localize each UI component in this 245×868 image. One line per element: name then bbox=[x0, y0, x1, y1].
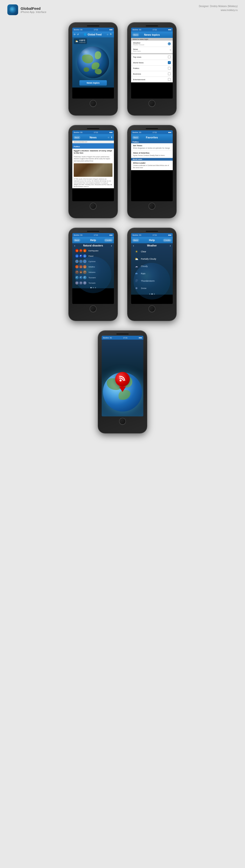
fav-title-1: Set Times bbox=[133, 145, 171, 147]
home-button-2[interactable] bbox=[148, 100, 155, 107]
status-bar-7: Beeline 3G 17:21 ■■■ bbox=[102, 336, 143, 340]
network: 3G bbox=[80, 29, 82, 31]
globe-small-icon: 🌐 bbox=[84, 33, 86, 36]
globe-visualization bbox=[77, 46, 109, 78]
favorites-title: Favorites bbox=[146, 136, 158, 139]
back-button-6[interactable]: Back bbox=[132, 239, 139, 242]
topic-business[interactable]: Business bbox=[131, 71, 173, 77]
fav-title-3: Africa Leader bbox=[133, 162, 171, 164]
home-button-6[interactable] bbox=[148, 305, 155, 312]
phone-speaker-3 bbox=[87, 128, 99, 129]
article-image bbox=[74, 163, 112, 177]
nav-left-controls[interactable]: ⟳ ↺ bbox=[74, 33, 79, 36]
screen-help-disasters: Beeline 3G 17:21 ■■■ Back Help Credits ‹… bbox=[72, 233, 114, 304]
phone-speaker-4 bbox=[146, 128, 158, 129]
home-button-5[interactable] bbox=[90, 305, 97, 312]
carrier: Beeline bbox=[74, 29, 79, 31]
share-icon-3[interactable]: ⬆ bbox=[111, 136, 113, 138]
phone-7: Beeline 3G 17:21 ■■■ bbox=[98, 331, 147, 433]
prev-arrow-6[interactable]: ‹ bbox=[133, 244, 134, 247]
search-icon[interactable]: 🔍 bbox=[110, 33, 112, 36]
icon-fl-3: 💧 bbox=[83, 254, 86, 258]
back-button-4[interactable]: Back bbox=[132, 136, 139, 139]
phone-3: Beeline 3G 17:21 ■■■ Back News ☆ ⬆ www.e… bbox=[69, 125, 117, 218]
status-bar-5: Beeline 3G 17:21 ■■■ bbox=[72, 233, 114, 237]
refresh-icon[interactable]: ⟳ bbox=[74, 33, 76, 36]
phone-speaker-2 bbox=[146, 25, 158, 26]
app-name: GlobalFeed bbox=[21, 6, 46, 10]
phones-row-2: Beeline 3G 17:21 ■■■ Back News ☆ ⬆ www.e… bbox=[0, 120, 245, 223]
news-label: News bbox=[133, 48, 141, 50]
rss-map-pin bbox=[115, 372, 130, 392]
nav-center: 🌐 Global Feed bbox=[84, 33, 102, 36]
favorites-list: Politics Set Times Ethnic Bulgarians in … bbox=[131, 141, 173, 170]
weather-temp: +15°C bbox=[79, 39, 85, 41]
entertainment-checkbox[interactable] bbox=[168, 78, 171, 81]
next-arrow-6[interactable]: › bbox=[170, 244, 171, 247]
topic-politics[interactable]: Politics bbox=[131, 65, 173, 71]
topics-list: Select a news topic Weather Weather fore… bbox=[131, 38, 173, 83]
battery-icon-1: ■■■ bbox=[109, 29, 112, 31]
top-news-label: Top news bbox=[133, 56, 141, 58]
article-deck: Preliminary results of Egypt's first pro… bbox=[72, 155, 114, 162]
app-icon bbox=[7, 4, 18, 15]
world-news-label: World News bbox=[133, 62, 143, 64]
article-body: IF THE results of the first batch of Egy… bbox=[72, 178, 114, 188]
status-left-1: Beeline 3G bbox=[74, 29, 83, 31]
screen-splash: Beeline 3G 17:21 ■■■ bbox=[102, 336, 143, 416]
icon-fl-1: 💧 bbox=[75, 254, 79, 258]
phones-row-1: Beeline 3G 17:21 ■■■ ⟳ ↺ 🌐 Global Feed bbox=[0, 18, 245, 120]
status-left-4: Beeline 3G bbox=[133, 131, 141, 133]
politics-checkbox[interactable] bbox=[168, 67, 171, 70]
help-nav-5: Back Help Credits bbox=[72, 237, 114, 243]
home-button-4[interactable] bbox=[148, 203, 155, 210]
news-topics-button[interactable]: News topics bbox=[79, 80, 107, 86]
weather-radio[interactable] bbox=[168, 42, 171, 45]
home-button-7[interactable] bbox=[119, 418, 126, 425]
topic-entertainment[interactable]: Entertainment bbox=[131, 77, 173, 83]
weather-widget: ⛅ +15°C Tver/rus bbox=[74, 38, 87, 44]
status-left-3: Beeline 3G bbox=[74, 131, 83, 133]
prev-arrow[interactable]: ‹ bbox=[74, 244, 75, 247]
topic-news[interactable]: News News topics ▾ bbox=[131, 47, 173, 53]
time-1: 17:21 bbox=[94, 29, 98, 31]
star-icon[interactable]: ☆ bbox=[107, 33, 109, 36]
fav-cat-2: World news bbox=[131, 158, 173, 161]
credits-button-6[interactable]: Credits bbox=[163, 239, 171, 242]
back-button-5[interactable]: Back bbox=[74, 239, 80, 242]
fav-sub-2: Syrian Forces Conduct Deadly Raid in Hom… bbox=[133, 154, 171, 156]
help-globe-bg bbox=[75, 256, 111, 293]
article-headline: Egypt's election: Islamists of every str… bbox=[72, 149, 114, 155]
fav-item-2[interactable]: Voice of Amertica Syrian Forces Conduct … bbox=[131, 151, 173, 158]
top-news-checkbox[interactable] bbox=[168, 56, 171, 58]
topic-weather[interactable]: Weather Weather forecast bbox=[131, 40, 173, 47]
globe-screen-content: ⛅ +15°C Tver/rus News topics bbox=[72, 37, 114, 88]
globalfeed-nav: ⟳ ↺ 🌐 Global Feed ☆ 🔍 bbox=[72, 32, 114, 37]
home-button-1[interactable] bbox=[90, 100, 97, 107]
icon-fl-2: 🌊 bbox=[79, 254, 83, 258]
business-checkbox[interactable] bbox=[168, 72, 171, 75]
icon-eq-2: 🔴 bbox=[79, 249, 83, 252]
home-button-3[interactable] bbox=[90, 203, 97, 210]
back-button-3[interactable]: Back bbox=[74, 136, 80, 139]
topic-world-news[interactable]: World News bbox=[131, 60, 173, 65]
back-button-2[interactable]: Back bbox=[132, 33, 139, 36]
news-nav-icons: ☆ ⬆ bbox=[108, 136, 113, 138]
topics-title: News topics bbox=[144, 33, 160, 36]
fav-item-1[interactable]: Set Times Ethnic Bulgarians in Serbia no… bbox=[131, 143, 173, 151]
news-nav: Back News ☆ ⬆ bbox=[72, 134, 114, 141]
partly-cloudy-icon: ⛅ bbox=[134, 256, 139, 261]
fav-item-3[interactable]: Africa Leader Cholera outbreak in Centra… bbox=[131, 161, 173, 170]
topics-nav: Back News topics bbox=[131, 32, 173, 38]
rss-symbol bbox=[119, 375, 126, 383]
topic-top-news[interactable]: Top news bbox=[131, 54, 173, 60]
article-content: www.economist.com Politics Egypt's elect… bbox=[72, 141, 114, 188]
next-arrow[interactable]: › bbox=[111, 244, 112, 247]
status-right-3: ■■■ bbox=[109, 131, 112, 133]
star-icon-3[interactable]: ☆ bbox=[108, 136, 110, 138]
business-label: Business bbox=[133, 73, 141, 75]
splash-content bbox=[102, 340, 143, 416]
reload-icon[interactable]: ↺ bbox=[77, 33, 79, 36]
world-news-checkbox[interactable] bbox=[168, 61, 171, 64]
credits-button-5[interactable]: Credits bbox=[104, 239, 113, 242]
